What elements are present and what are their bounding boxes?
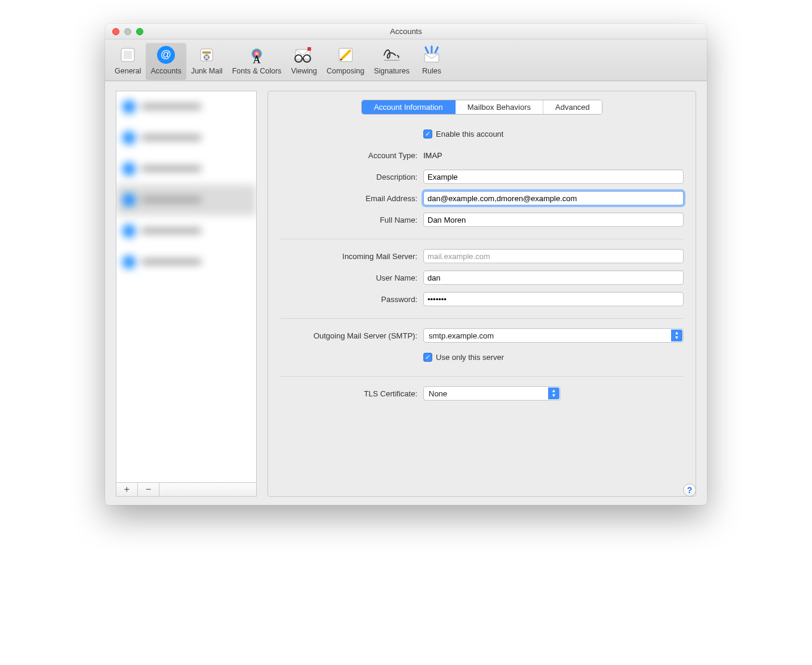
toolbar-junk[interactable]: Junk Mail bbox=[186, 43, 227, 80]
toolbar-accounts[interactable]: @ Accounts bbox=[146, 43, 186, 80]
description-field[interactable] bbox=[423, 170, 684, 184]
toolbar-label: Viewing bbox=[291, 67, 317, 75]
account-type-value: IMAP bbox=[423, 151, 684, 160]
account-form: ✓ Enable this account Account Type: IMAP… bbox=[280, 123, 684, 404]
remove-account-button[interactable]: − bbox=[138, 483, 159, 496]
tab-mailbox-behaviors[interactable]: Mailbox Behaviors bbox=[456, 100, 543, 114]
titlebar: Accounts bbox=[105, 24, 707, 39]
svg-text:@: @ bbox=[161, 48, 171, 60]
username-label: User Name: bbox=[280, 273, 423, 282]
account-row[interactable] bbox=[116, 247, 256, 278]
accounts-sidebar: + − bbox=[116, 91, 257, 497]
account-row[interactable] bbox=[116, 215, 256, 247]
svg-text:A: A bbox=[253, 54, 261, 64]
password-field[interactable] bbox=[423, 292, 684, 306]
svg-rect-1 bbox=[124, 51, 132, 59]
incoming-label: Incoming Mail Server: bbox=[280, 252, 423, 261]
description-label: Description: bbox=[280, 173, 423, 181]
account-type-label: Account Type: bbox=[280, 151, 423, 160]
fonts-icon: A bbox=[246, 44, 267, 66]
separator bbox=[280, 318, 684, 319]
toolbar-label: Fonts & Colors bbox=[232, 67, 282, 75]
tls-label: TLS Certificate: bbox=[280, 389, 423, 398]
viewing-icon bbox=[293, 44, 315, 66]
preferences-window: Accounts General @ Accounts Junk Mail A … bbox=[105, 24, 707, 505]
account-row[interactable] bbox=[116, 122, 256, 153]
preferences-toolbar: General @ Accounts Junk Mail A Fonts & C… bbox=[105, 39, 707, 81]
check-icon: ✓ bbox=[423, 353, 432, 362]
composing-icon bbox=[335, 44, 356, 66]
window-title: Accounts bbox=[105, 27, 707, 36]
help-button[interactable]: ? bbox=[683, 484, 696, 497]
junk-icon bbox=[196, 44, 217, 66]
tls-value: None bbox=[429, 389, 447, 398]
separator bbox=[280, 376, 684, 377]
rules-icon bbox=[421, 44, 442, 66]
popup-arrows-icon: ▲▼ bbox=[671, 330, 682, 341]
toolbar-composing[interactable]: Composing bbox=[322, 43, 369, 80]
email-field[interactable] bbox=[423, 191, 684, 205]
account-detail-panel: Account Information Mailbox Behaviors Ad… bbox=[267, 91, 696, 497]
toolbar-label: Accounts bbox=[150, 67, 181, 75]
toolbar-signatures[interactable]: Signatures bbox=[369, 43, 414, 80]
smtp-label: Outgoing Mail Server (SMTP): bbox=[280, 331, 423, 340]
use-only-server-label: Use only this server bbox=[436, 353, 504, 362]
account-row[interactable] bbox=[116, 91, 256, 122]
enable-account-label: Enable this account bbox=[436, 130, 503, 138]
signatures-icon bbox=[381, 44, 402, 66]
detail-tabs: Account Information Mailbox Behaviors Ad… bbox=[361, 100, 602, 115]
username-field[interactable] bbox=[423, 270, 684, 285]
toolbar-fonts[interactable]: A Fonts & Colors bbox=[227, 43, 287, 80]
enable-account-checkbox[interactable]: ✓ Enable this account bbox=[423, 130, 503, 138]
toolbar-label: Junk Mail bbox=[191, 67, 223, 75]
toolbar-label: Signatures bbox=[374, 67, 410, 75]
tls-popup[interactable]: None ▲▼ bbox=[423, 386, 561, 401]
accounts-icon: @ bbox=[155, 44, 177, 66]
svg-rect-12 bbox=[307, 47, 311, 51]
email-label: Email Address: bbox=[280, 194, 423, 203]
account-list-buttons: + − bbox=[116, 482, 257, 497]
incoming-server-field[interactable] bbox=[423, 249, 684, 263]
toolbar-label: General bbox=[115, 67, 141, 75]
separator bbox=[280, 239, 684, 239]
toolbar-viewing[interactable]: Viewing bbox=[286, 43, 322, 80]
toolbar-label: Rules bbox=[422, 67, 441, 75]
popup-arrows-icon: ▲▼ bbox=[548, 387, 559, 399]
add-account-button[interactable]: + bbox=[116, 483, 138, 496]
check-icon: ✓ bbox=[423, 130, 432, 138]
svg-rect-5 bbox=[202, 51, 211, 54]
account-row[interactable] bbox=[116, 153, 256, 184]
preferences-body: + − Account Information Mailbox Behavior… bbox=[105, 81, 707, 505]
account-list[interactable] bbox=[116, 91, 257, 482]
account-row[interactable] bbox=[116, 184, 256, 215]
use-only-server-checkbox[interactable]: ✓ Use only this server bbox=[423, 353, 504, 362]
fullname-field[interactable] bbox=[423, 213, 684, 227]
list-spacer bbox=[159, 483, 256, 496]
fullname-label: Full Name: bbox=[280, 215, 423, 224]
toolbar-rules[interactable]: Rules bbox=[414, 43, 449, 80]
toolbar-label: Composing bbox=[327, 67, 364, 75]
tab-account-information[interactable]: Account Information bbox=[362, 100, 456, 114]
general-icon bbox=[117, 44, 139, 66]
smtp-popup[interactable]: smtp.example.com ▲▼ bbox=[423, 328, 684, 343]
toolbar-general[interactable]: General bbox=[110, 43, 146, 80]
tab-advanced[interactable]: Advanced bbox=[543, 100, 602, 114]
password-label: Password: bbox=[280, 295, 423, 304]
smtp-value: smtp.example.com bbox=[429, 331, 494, 340]
